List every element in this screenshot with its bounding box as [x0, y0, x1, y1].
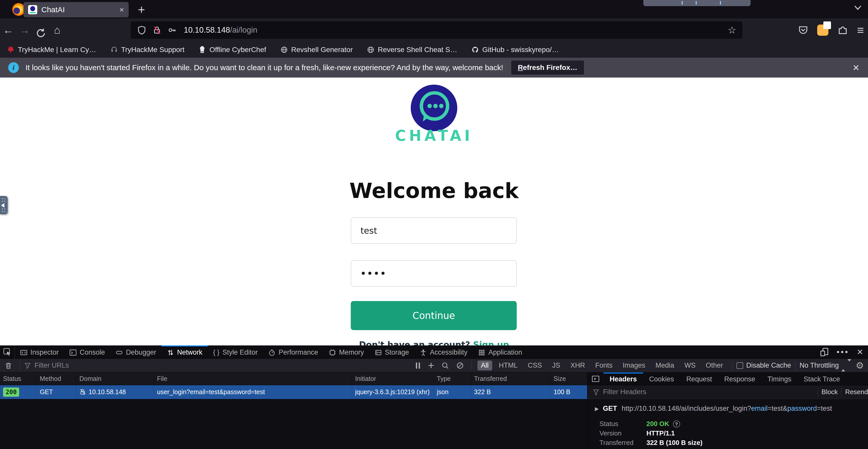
filter-css[interactable]: CSS	[524, 360, 546, 371]
filter-xhr[interactable]: XHR	[567, 360, 588, 371]
disable-cache-checkbox[interactable]	[737, 362, 743, 369]
divider	[841, 388, 841, 396]
extension-alert-icon[interactable]: –	[817, 25, 829, 36]
bookmark-reverse-shell-cheatsheet[interactable]: Reverse Shell Cheat S…	[367, 46, 457, 54]
filter-html[interactable]: HTML	[495, 360, 521, 371]
page-content: CHATAI Welcome back Continue Don't have …	[0, 77, 868, 346]
col-method[interactable]: Method	[37, 373, 76, 385]
tab-application[interactable]: Application	[473, 346, 527, 358]
devtools-panel: Inspector Console Debugger Network { } S…	[0, 346, 868, 449]
bookmark-tryhackme-support[interactable]: TryHackMe Support	[111, 46, 185, 54]
disable-cache-label[interactable]: Disable Cache	[746, 361, 791, 370]
block-request-button[interactable]	[456, 362, 464, 370]
refresh-firefox-button[interactable]: Refresh Firefox…	[511, 60, 584, 75]
tab-inspector[interactable]: Inspector	[15, 346, 64, 358]
insecure-lock-icon[interactable]	[153, 26, 161, 34]
status-help-icon[interactable]: ?	[673, 420, 680, 427]
extensions-puzzle-icon[interactable]	[837, 25, 848, 36]
browser-tab-chatai[interactable]: ChatAI ×	[24, 2, 129, 18]
tab-debugger[interactable]: Debugger	[110, 346, 162, 358]
tab-cookies[interactable]: Cookies	[643, 373, 680, 385]
responsive-mode-icon[interactable]	[820, 348, 829, 356]
key-icon	[168, 26, 177, 34]
overlay-mark	[720, 1, 721, 5]
col-domain[interactable]: Domain	[76, 373, 154, 385]
url-bar[interactable]: 10.10.58.148/ai/login ☆	[131, 22, 742, 39]
tab-network[interactable]: Network	[162, 346, 208, 358]
filter-images[interactable]: Images	[619, 360, 649, 371]
bookmark-cyberchef[interactable]: Offline CyberChef	[198, 46, 266, 54]
username-field[interactable]	[351, 217, 517, 244]
resend-button[interactable]: Resend	[845, 388, 868, 396]
tab-headers[interactable]: Headers	[603, 373, 643, 385]
chef-hat-icon	[198, 46, 206, 53]
tab-stack-trace[interactable]: Stack Trace	[798, 373, 846, 385]
forward-button[interactable]: →	[16, 24, 33, 36]
devtools-close-icon[interactable]: ×	[857, 346, 863, 358]
bookmark-github-swisskyrepo[interactable]: GitHub - swisskyrepo/…	[471, 46, 559, 54]
filter-fonts[interactable]: Fonts	[591, 360, 616, 371]
throttling-select[interactable]: No Throttling	[800, 361, 839, 370]
status-200-badge: 200	[3, 387, 19, 397]
chevron-down-icon[interactable]	[852, 3, 863, 13]
tab-request[interactable]: Request	[680, 373, 718, 385]
col-transferred[interactable]: Transferred	[471, 373, 550, 385]
tab-performance[interactable]: Performance	[263, 346, 323, 358]
filter-all[interactable]: All	[477, 360, 492, 371]
col-file[interactable]: File	[154, 373, 352, 385]
tab-style-editor[interactable]: { } Style Editor	[208, 346, 263, 358]
bookmark-star-icon[interactable]: ☆	[727, 25, 736, 36]
col-type[interactable]: Type	[434, 373, 471, 385]
url-path: /ai/login	[230, 26, 257, 34]
url-text[interactable]: 10.10.58.148/ai/login	[184, 26, 257, 35]
filter-urls-input[interactable]	[34, 361, 116, 370]
tab-memory[interactable]: Memory	[323, 346, 369, 358]
filter-other[interactable]: Other	[702, 360, 727, 371]
bookmark-tryhackme[interactable]: TryHackMe | Learn Cy…	[7, 46, 96, 54]
network-toolbar: + All HTML CSS JS XHR Fonts Images Media…	[0, 359, 868, 373]
tab-storage[interactable]: Storage	[369, 346, 414, 358]
request-transferred: 322 B	[471, 385, 550, 399]
filter-ws[interactable]: WS	[681, 360, 699, 371]
tab-response[interactable]: Response	[718, 373, 762, 385]
new-request-button[interactable]: +	[428, 359, 434, 372]
col-status[interactable]: Status	[0, 373, 37, 385]
sidebar-handle[interactable]	[0, 196, 8, 214]
back-button[interactable]: ←	[0, 24, 16, 36]
tab-console[interactable]: Console	[64, 346, 110, 358]
tab-strip: ChatAI × +	[0, 0, 868, 19]
block-button[interactable]: Block	[822, 388, 838, 396]
split-console-toggle[interactable]	[588, 373, 603, 385]
menu-hamburger-icon[interactable]: ≡	[857, 23, 864, 37]
pause-recording-button[interactable]	[415, 362, 421, 368]
tab-close-icon[interactable]: ×	[119, 5, 124, 14]
expand-triangle-icon[interactable]: ▶	[595, 406, 599, 412]
tab-timings[interactable]: Timings	[761, 373, 798, 385]
notification-close-icon[interactable]: ×	[853, 61, 859, 74]
reload-button[interactable]	[33, 22, 49, 38]
clear-requests-button[interactable]	[5, 362, 12, 370]
console-icon	[69, 349, 76, 356]
chatai-logo-icon	[410, 84, 458, 132]
request-row-selected[interactable]: 200 GET 10.10.58.148 user_login?email=te…	[0, 385, 587, 399]
pick-element-button[interactable]	[0, 346, 15, 358]
home-button[interactable]: ⌂	[49, 24, 65, 36]
col-initiator[interactable]: Initiator	[352, 373, 434, 385]
col-size[interactable]: Size	[550, 373, 587, 385]
bookmark-revshell-generator[interactable]: Revshell Generator	[281, 46, 353, 54]
network-settings-gear-icon[interactable]: ⚙	[856, 360, 864, 371]
tab-accessibility[interactable]: Accessibility	[414, 346, 473, 358]
search-button[interactable]	[441, 362, 449, 370]
devtools-menu-icon[interactable]: •••	[837, 348, 849, 356]
password-field[interactable]	[351, 260, 517, 287]
continue-button[interactable]: Continue	[351, 301, 517, 330]
firefox-logo-icon[interactable]	[12, 3, 25, 16]
filter-media[interactable]: Media	[652, 360, 678, 371]
filter-headers-input[interactable]	[603, 388, 685, 396]
signup-link[interactable]: Sign up	[473, 340, 509, 346]
pocket-icon[interactable]	[798, 25, 808, 35]
new-tab-button[interactable]: +	[138, 3, 145, 17]
request-summary-line[interactable]: ▶ GET http://10.10.58.148/ai/includes/us…	[595, 405, 868, 413]
filter-js[interactable]: JS	[549, 360, 564, 371]
shield-icon[interactable]	[137, 26, 146, 34]
